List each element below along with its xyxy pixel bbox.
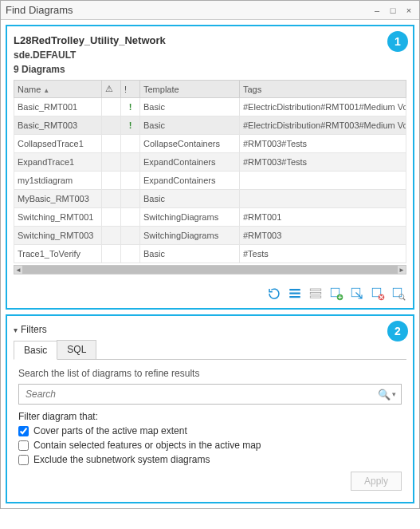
svg-rect-3: [310, 289, 321, 290]
table-row[interactable]: CollapsedTrace1CollapseContainers#RMT003…: [14, 135, 406, 153]
window-title: Find Diagrams: [6, 4, 73, 16]
col-warning[interactable]: ⚠: [102, 81, 121, 98]
check-selected[interactable]: [18, 440, 29, 451]
open-diagram-icon: [350, 286, 364, 301]
deselect-all-button[interactable]: [308, 286, 324, 302]
cell-warning: [102, 208, 121, 227]
table-header-row: Name▲ ⚠ ! Template Tags: [14, 81, 406, 98]
cell-name: my1stdiagram: [14, 172, 102, 190]
table-row[interactable]: my1stdiagramExpandContainers: [14, 172, 406, 190]
table-row[interactable]: Switching_RMT003SwitchingDiagrams#RMT003: [14, 227, 406, 245]
col-name[interactable]: Name▲: [14, 81, 102, 98]
cell-tags: [240, 172, 406, 190]
search-dropdown-icon[interactable]: ▾: [392, 390, 396, 398]
check-selected-label: Contain selected features or objects in …: [33, 440, 261, 451]
col-consistency[interactable]: !: [121, 81, 140, 98]
filters-header[interactable]: ▾ Filters: [14, 322, 406, 340]
search-input[interactable]: [24, 388, 375, 401]
exclamation-icon: !: [124, 85, 127, 94]
cell-warning: [102, 116, 121, 135]
tab-basic[interactable]: Basic: [14, 341, 57, 360]
cell-name: ExpandTrace1: [14, 153, 102, 172]
scroll-right-icon[interactable]: ►: [398, 266, 406, 274]
tab-sql[interactable]: SQL: [57, 340, 96, 359]
open-diagram-button[interactable]: [349, 286, 365, 302]
check-selected-row[interactable]: Contain selected features or objects in …: [18, 440, 402, 451]
cell-consistency: !: [121, 116, 140, 135]
cell-warning: [102, 245, 121, 263]
cell-template: Basic: [140, 98, 240, 116]
window-controls: – □ ×: [371, 5, 414, 16]
check-extent[interactable]: [18, 426, 29, 436]
cell-tags: #RMT001: [240, 208, 406, 227]
warning-icon: ⚠: [105, 84, 113, 93]
scroll-left-icon[interactable]: ◄: [14, 266, 22, 274]
table-body: Basic_RMT001!Basic#ElectricDistribution#…: [14, 98, 406, 263]
version-name: sde.DEFAULT: [14, 49, 406, 61]
search-icon[interactable]: 🔍: [378, 389, 391, 401]
check-exclude-row[interactable]: Exclude the subnetwork system diagrams: [18, 454, 402, 465]
filters-panel: 2 ▾ Filters Basic SQL Search the list of…: [6, 314, 414, 503]
maximize-icon[interactable]: □: [387, 5, 398, 16]
cell-warning: [102, 153, 121, 172]
deselect-all-rows-icon: [308, 286, 323, 301]
cell-warning: [102, 227, 121, 245]
cell-consistency: [121, 190, 140, 208]
cell-tags: #RMT003#Tests: [240, 135, 406, 153]
svg-rect-4: [310, 293, 321, 294]
cell-name: CollapsedTrace1: [14, 135, 102, 153]
minimize-icon[interactable]: –: [371, 5, 383, 16]
scroll-thumb[interactable]: [22, 266, 398, 274]
close-icon[interactable]: ×: [403, 5, 414, 16]
cell-template: Basic: [140, 190, 240, 208]
check-exclude[interactable]: [18, 455, 29, 465]
callout-1: 1: [387, 31, 408, 52]
apply-button[interactable]: Apply: [351, 472, 402, 491]
cell-tags: #ElectricDistribution#RMT003#Medium Volt…: [240, 116, 406, 135]
table-row[interactable]: Trace1_ToVerifyBasic#Tests: [14, 245, 406, 263]
cell-tags: #RMT003#Tests: [240, 153, 406, 172]
svg-rect-1: [289, 293, 300, 294]
add-diagram-button[interactable]: [328, 286, 344, 302]
check-extent-row[interactable]: Cover parts of the active map extent: [18, 425, 402, 436]
diagram-count: 9 Diagrams: [14, 64, 406, 75]
tab-basic-body: Search the list of diagrams to refine re…: [14, 360, 406, 495]
cell-template: CollapseContainers: [140, 135, 240, 153]
cell-name: Trace1_ToVerify: [14, 245, 102, 263]
diagram-table: Name▲ ⚠ ! Template Tags Basic_RMT001!Bas…: [14, 80, 406, 263]
cell-warning: [102, 190, 121, 208]
cell-warning: [102, 135, 121, 153]
svg-rect-2: [289, 296, 300, 298]
refresh-button[interactable]: [266, 286, 282, 302]
horizontal-scrollbar[interactable]: ◄ ►: [14, 265, 406, 274]
table-row[interactable]: ExpandTrace1ExpandContainers#RMT003#Test…: [14, 153, 406, 172]
add-diagram-icon: [329, 286, 343, 301]
check-extent-label: Cover parts of the active map extent: [33, 425, 187, 436]
cell-warning: [102, 172, 121, 190]
check-exclude-label: Exclude the subnetwork system diagrams: [33, 454, 210, 465]
filter-label: Filter diagram that:: [18, 411, 402, 422]
select-all-rows-icon: [288, 286, 302, 301]
cell-template: SwitchingDiagrams: [140, 208, 240, 227]
select-all-button[interactable]: [287, 286, 303, 302]
search-box[interactable]: 🔍 ▾: [18, 384, 402, 405]
cell-consistency: [121, 172, 140, 190]
remove-diagram-button[interactable]: [370, 286, 386, 302]
svg-rect-5: [310, 296, 321, 298]
zoom-diagram-button[interactable]: [391, 286, 406, 302]
zoom-diagram-icon: [391, 286, 406, 301]
table-row[interactable]: Switching_RMT001SwitchingDiagrams#RMT001: [14, 208, 406, 227]
cell-consistency: [121, 227, 140, 245]
network-name: L28RedTrolley_Utility_Network: [14, 34, 406, 46]
cell-name: Basic_RMT001: [14, 98, 102, 116]
results-toolbar: [14, 286, 406, 302]
col-tags[interactable]: Tags: [240, 81, 406, 98]
table-row[interactable]: Basic_RMT003!Basic#ElectricDistribution#…: [14, 116, 406, 135]
results-panel: 1 L28RedTrolley_Utility_Network sde.DEFA…: [6, 25, 414, 310]
col-template[interactable]: Template: [140, 81, 240, 98]
table-row[interactable]: Basic_RMT001!Basic#ElectricDistribution#…: [14, 98, 406, 116]
cell-tags: [240, 190, 406, 208]
cell-consistency: !: [121, 98, 140, 116]
cell-template: ExpandContainers: [140, 153, 240, 172]
table-row[interactable]: MyBasic_RMT003Basic: [14, 190, 406, 208]
